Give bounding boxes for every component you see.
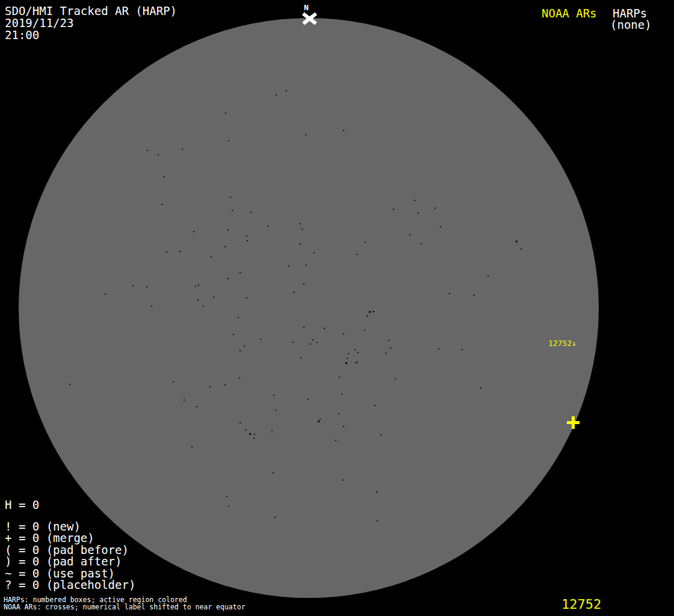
sunspot-pixel	[132, 285, 134, 286]
sunspot-pixel	[213, 297, 214, 298]
north-pole-x-icon	[302, 11, 317, 25]
sunspot-pixel	[225, 112, 226, 114]
sunspot-pixel	[312, 339, 314, 340]
sunspot-pixel	[276, 94, 277, 96]
sunspot-pixel	[487, 276, 489, 277]
sunspot-pixel	[385, 353, 386, 354]
sunspot-pixel	[105, 294, 106, 295]
sunspot-pixel	[355, 362, 356, 363]
sunspot-pixel	[305, 134, 306, 135]
observation-time: 21:00	[5, 29, 177, 41]
sunspot-pixel	[314, 252, 315, 253]
sunspot-pixel	[293, 292, 294, 293]
sunspot-pixel	[227, 278, 229, 279]
sunspot-pixel	[324, 328, 325, 329]
sunspot-pixel	[318, 420, 320, 422]
sunspot-pixel	[474, 295, 475, 296]
sunspot-pixel	[228, 140, 229, 141]
sunspot-pixel	[260, 339, 261, 340]
legend-item-merge: + = 0 (merge)	[5, 532, 135, 544]
sunspot-pixel	[161, 204, 162, 205]
sunspot-pixel	[301, 229, 303, 230]
sunspot-pixel	[240, 272, 241, 273]
legend: ! = 0 (new)+ = 0 (merge)( = 0 (pad befor…	[5, 521, 135, 591]
harp-count: H = 0	[5, 498, 39, 511]
footer-notes: HARPs: numbered boxes; active region col…	[4, 596, 246, 611]
sunspot-pixel	[193, 231, 194, 232]
sunspot-pixel	[249, 433, 251, 435]
sunspot-pixel	[209, 386, 211, 387]
sunspot-pixel	[69, 384, 70, 385]
sunspot-pixel	[390, 347, 391, 348]
sunspot-pixel	[380, 434, 382, 436]
sunspot-pixel	[414, 200, 415, 201]
sunspot-pixel	[338, 413, 339, 414]
sunspot-pixel	[364, 330, 365, 331]
sunspot-pixel	[232, 210, 233, 211]
sunspot-pixel	[345, 362, 347, 364]
sunspot-pixel	[151, 306, 152, 307]
sunspot-pixel	[516, 241, 518, 242]
sunspot-pixel	[521, 248, 522, 250]
sunspot-pixel	[274, 517, 276, 518]
sunspot-pixel	[191, 446, 193, 448]
sunspot-pixel	[197, 300, 199, 301]
sunspot-pixel	[245, 430, 246, 431]
sunspot-pixel	[246, 235, 247, 236]
sunspot-pixel	[275, 410, 276, 411]
sunspot-pixel	[224, 384, 226, 386]
sunspot-pixel	[339, 377, 340, 378]
sunspot-pixel	[303, 327, 305, 328]
sunspot-pixel	[303, 283, 305, 285]
sunspot-pixel	[365, 242, 366, 243]
sunspot-pixel	[393, 209, 394, 210]
sunspot-pixel	[376, 491, 377, 493]
sunspot-pixel	[356, 254, 357, 255]
sunspot-pixel	[240, 350, 241, 351]
sunspot-pixel	[409, 234, 410, 235]
sunspot-pixel	[395, 378, 396, 380]
sunspot-pixel	[240, 422, 241, 424]
solar-disk	[19, 18, 599, 598]
sunspot-pixel	[335, 440, 336, 441]
page-title: SDO/HMI Tracked AR (HARP)	[5, 5, 177, 17]
sunspot-pixel	[226, 496, 227, 497]
sunspot-pixel	[480, 387, 481, 389]
sunspot-pixel	[449, 293, 450, 294]
sunspot-pixel	[227, 229, 229, 230]
ar-12752-label: 12752↓	[548, 339, 577, 348]
sunspot-pixel	[374, 405, 376, 406]
sunspot-pixel	[211, 256, 212, 257]
sunspot-pixel	[286, 90, 287, 91]
sunspot-pixel	[440, 226, 441, 227]
sunspot-pixel	[147, 150, 148, 151]
sunspot-pixel	[377, 520, 378, 522]
sunspot-pixel	[238, 317, 239, 318]
title-block: SDO/HMI Tracked AR (HARP)2019/11/2321:00	[5, 5, 177, 41]
sunspot-pixel	[239, 377, 240, 378]
sunspot-pixel	[462, 349, 463, 350]
sunspot-pixel	[173, 381, 174, 383]
sunspot-pixel	[198, 285, 199, 286]
solar-harp-map: SDO/HMI Tracked AR (HARP)2019/11/2321:00…	[0, 0, 674, 616]
sunspot-pixel	[273, 395, 274, 396]
sunspot-pixel	[196, 406, 197, 407]
sunspot-pixel	[341, 393, 342, 395]
sunspot-pixel	[292, 342, 294, 343]
noaa-ar-number: 12752	[561, 597, 601, 612]
north-label: N	[304, 3, 309, 12]
sunspot-pixel	[247, 240, 248, 241]
sunspot-pixel	[299, 223, 300, 224]
legend-item-pad-after: ) = 0 (pad after)	[5, 556, 135, 567]
sunspot-pixel	[373, 311, 374, 312]
sunspot-pixel	[267, 226, 268, 227]
sunspot-pixel	[254, 434, 255, 435]
sunspot-pixel	[354, 349, 356, 350]
sunspot-pixel	[146, 286, 147, 288]
sunspot-pixel	[203, 306, 204, 307]
sunspot-pixel	[195, 286, 196, 287]
sunspot-pixel	[357, 362, 358, 363]
sunspot-pixel	[357, 352, 359, 353]
sunspot-pixel	[158, 154, 159, 155]
sunspot-pixel	[306, 265, 307, 266]
